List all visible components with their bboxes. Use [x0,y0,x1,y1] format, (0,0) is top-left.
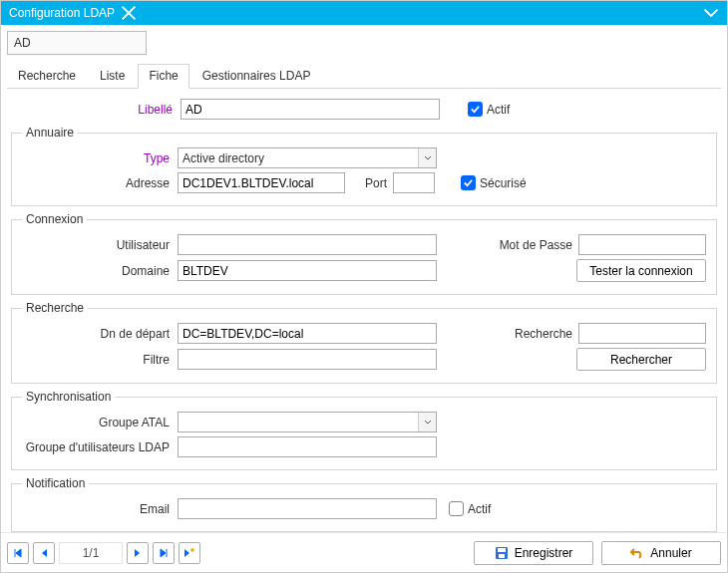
legend-connexion: Connexion [22,212,87,226]
pager-last[interactable] [153,542,175,564]
save-icon [495,546,509,560]
select-groupe-atal[interactable] [178,412,437,432]
svg-rect-1 [498,548,506,552]
input-domaine[interactable] [178,260,437,281]
tabs: Recherche Liste Fiche Gestionnaires LDAP [7,59,721,89]
pager-new[interactable] [179,542,200,564]
button-save[interactable]: Enregistrer [474,541,593,565]
input-port[interactable] [393,172,435,193]
label-adresse: Adresse [22,176,178,190]
fieldset-sync: Synchronisation Groupe ATAL Groupe d'uti… [11,390,717,470]
label-mdp: Mot de Passe [479,238,578,252]
label-domaine: Domaine [22,264,178,278]
select-type[interactable]: Active directory [178,147,437,168]
legend-sync: Synchronisation [22,390,115,404]
svg-rect-2 [499,554,505,558]
fieldset-annuaire: Annuaire Type Active directory Adresse P… [11,126,717,206]
tab-close-icon[interactable] [121,5,137,21]
checkbox-email-actif[interactable] [449,501,464,516]
pager-first[interactable] [7,542,29,564]
window-ldap-config: Configuration LDAP AD Recherche Liste Fi… [0,0,728,573]
chevron-down-icon [418,413,436,431]
label-dn: Dn de départ [22,327,178,341]
pager-display: 1/1 [59,542,123,564]
titlebar: Configuration LDAP [1,1,727,25]
label-port: Port [345,176,393,190]
input-email[interactable] [178,498,437,519]
pager-next[interactable] [127,542,149,564]
label-filtre: Filtre [22,353,178,367]
pager: 1/1 [7,542,200,564]
checkbox-actif[interactable] [468,102,483,117]
input-adresse[interactable] [178,172,345,193]
input-libelle[interactable] [181,99,440,120]
undo-icon [630,547,644,559]
label-type: Type [22,151,178,165]
form-area: Libellé Actif Annuaire Type Active direc… [1,89,727,532]
label-securise: Sécurisé [480,176,527,190]
fieldset-notification: Notification Email Actif [11,476,717,532]
label-libelle: Libellé [11,103,181,117]
fieldset-recherche: Recherche Dn de départ Recherche Filtre … [11,301,717,384]
tab-gestionnaires[interactable]: Gestionnaires LDAP [191,64,322,88]
record-name-row: AD [1,25,727,59]
record-name: AD [14,36,31,50]
tab-recherche[interactable]: Recherche [7,64,87,88]
tab-fiche[interactable]: Fiche [138,64,188,89]
label-email: Email [22,502,178,516]
dropdown-menu-icon[interactable] [703,5,719,21]
input-mdp[interactable] [578,234,706,255]
input-recherche[interactable] [578,323,706,344]
label-recherche-field: Recherche [479,327,578,341]
input-dn[interactable] [178,323,437,344]
tab-liste[interactable]: Liste [89,64,136,88]
fieldset-connexion: Connexion Utilisateur Mot de Passe Domai… [11,212,717,295]
chevron-down-icon [418,148,436,167]
label-groupe-ldap: Groupe d'utilisateurs LDAP [22,440,178,454]
window-title: Configuration LDAP [9,6,115,20]
pager-prev[interactable] [33,542,55,564]
checkbox-securise[interactable] [461,175,476,190]
button-cancel[interactable]: Annuler [601,541,721,565]
button-rechercher[interactable]: Rechercher [576,348,706,371]
label-email-actif: Actif [468,502,491,516]
record-name-display: AD [7,31,147,55]
select-type-value: Active directory [182,151,264,165]
label-actif: Actif [487,103,510,117]
input-filtre[interactable] [178,349,437,370]
input-groupe-ldap[interactable] [178,436,437,457]
label-utilisateur: Utilisateur [22,238,178,252]
legend-notification: Notification [22,476,89,490]
button-tester-connexion[interactable]: Tester la connexion [576,259,706,282]
input-utilisateur[interactable] [178,234,437,255]
footer: 1/1 Enregistrer Annuler [1,532,727,572]
legend-annuaire: Annuaire [22,126,78,140]
legend-recherche: Recherche [22,301,88,315]
label-groupe-atal: Groupe ATAL [22,416,178,430]
